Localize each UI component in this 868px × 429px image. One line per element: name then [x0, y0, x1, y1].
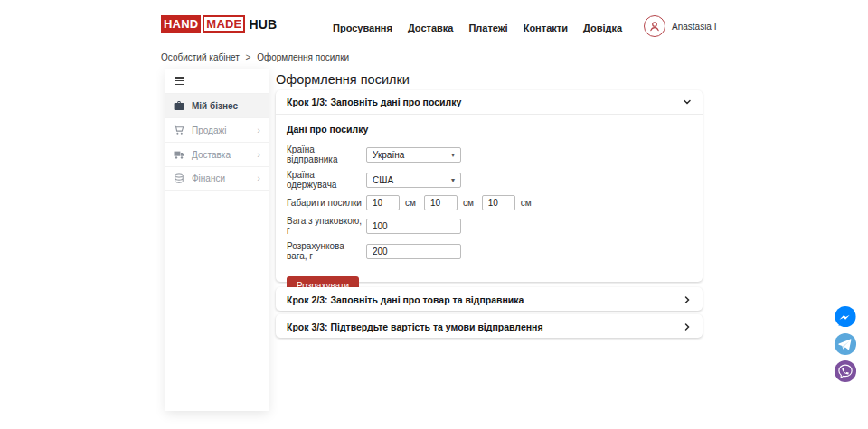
nav-item-help[interactable]: Довідка [583, 23, 622, 33]
step1-header[interactable]: Крок 1/3: Заповніть дані про посилку [276, 90, 703, 115]
page-title: Оформлення посилки [276, 72, 703, 87]
main-content: Оформлення посилки Крок 1/3: Заповніть д… [276, 72, 703, 87]
hamburger-menu-icon[interactable] [165, 69, 194, 93]
chevron-right-icon [683, 322, 692, 331]
sidebar-item-finance[interactable]: Фінанси › [165, 166, 269, 191]
user-name: Anastasia I [672, 22, 716, 32]
chevron-right-icon: › [257, 173, 260, 183]
sidebar-item-label: Фінанси [192, 173, 225, 183]
user-avatar-icon [644, 15, 665, 37]
logo[interactable]: HAND MADE HUB [161, 15, 277, 33]
calculated-weight-label: Розрахункова вага, г [287, 241, 366, 261]
step1-body: Дані про посилку Країна відправника Укра… [276, 115, 703, 304]
logo-made: MADE [203, 15, 245, 33]
logo-hand: HAND [161, 15, 201, 33]
calculated-weight-input[interactable] [366, 244, 461, 259]
chevron-right-icon [683, 295, 692, 304]
breadcrumb-cabinet[interactable]: Особистий кабінет [161, 52, 240, 62]
dimension-width-input[interactable] [424, 195, 458, 210]
sender-country-value: Україна [373, 150, 404, 160]
step3-card: Крок 3/3: Підтвердьте вартість та умови … [276, 314, 703, 338]
step2-card: Крок 2/3: Заповніть дані про товар та ві… [276, 287, 703, 311]
nav-item-promotion[interactable]: Просування [333, 23, 392, 33]
user-menu[interactable]: Anastasia I [644, 15, 716, 37]
briefcase-icon [174, 100, 184, 111]
select-arrow-icon: ▾ [451, 151, 455, 159]
calculated-weight-row: Розрахункова вага, г [287, 241, 692, 261]
chevron-right-icon: › [257, 150, 260, 160]
sidebar: Мій бізнес Продажі › [165, 69, 269, 411]
viber-icon [834, 359, 857, 383]
step3-header[interactable]: Крок 3/3: Підтвердьте вартість та умови … [276, 314, 703, 339]
page: HAND MADE HUB Просування Доставка Платеж… [0, 0, 868, 429]
unit-cm: см [521, 198, 532, 208]
cart-icon [174, 125, 184, 135]
step1-label: Крок 1/3: Заповніть дані про посилку [287, 97, 461, 107]
nav-item-payments[interactable]: Платежі [468, 23, 507, 33]
chevron-right-icon: › [257, 126, 260, 135]
unit-cm: см [405, 198, 416, 208]
step2-header[interactable]: Крок 2/3: Заповніть дані про товар та ві… [276, 287, 703, 312]
packed-weight-row: Вага з упаковкою, г [287, 216, 692, 236]
sender-country-row: Країна відправника Україна ▾ [287, 145, 692, 164]
recipient-country-row: Країна одержувача США ▾ [287, 170, 692, 190]
select-arrow-icon: ▾ [451, 176, 455, 184]
breadcrumb-current: Оформлення посилки [257, 52, 349, 62]
sender-country-label: Країна відправника [287, 145, 366, 164]
messenger-icon [834, 305, 857, 329]
logo-hub: HUB [247, 18, 277, 31]
sidebar-item-label: Мій бізнес [192, 101, 238, 111]
telegram-button[interactable] [834, 332, 857, 356]
breadcrumb: Особистий кабінет > Оформлення посилки [161, 52, 349, 62]
coins-icon [174, 173, 184, 184]
telegram-icon [834, 332, 857, 356]
sidebar-item-label: Доставка [192, 150, 231, 160]
sender-country-select[interactable]: Україна ▾ [366, 147, 461, 163]
dimension-length-input[interactable] [366, 195, 400, 210]
floating-social-buttons [834, 305, 857, 383]
unit-cm: см [463, 198, 474, 208]
recipient-country-label: Країна одержувача [287, 170, 366, 190]
truck-icon [174, 149, 184, 160]
main-nav: Просування Доставка Платежі Контакти Дов… [333, 23, 622, 33]
recipient-country-value: США [373, 175, 393, 185]
nav-item-delivery[interactable]: Доставка [408, 23, 454, 33]
sidebar-item-delivery[interactable]: Доставка › [165, 142, 269, 166]
sidebar-item-my-business[interactable]: Мій бізнес [165, 93, 269, 117]
step3-label: Крок 3/3: Підтвердьте вартість та умови … [287, 322, 543, 332]
packed-weight-label: Вага з упаковкою, г [287, 216, 366, 236]
step2-label: Крок 2/3: Заповніть дані про товар та ві… [287, 294, 524, 305]
messenger-button[interactable] [834, 305, 857, 329]
recipient-country-select[interactable]: США ▾ [366, 173, 461, 188]
sidebar-item-sales[interactable]: Продажі › [165, 117, 269, 142]
dimensions-label: Габарити посилки [287, 198, 366, 208]
dimensions-row: Габарити посилки см см см [287, 195, 692, 210]
step1-card: Крок 1/3: Заповніть дані про посилку Дан… [276, 90, 703, 282]
nav-item-contacts[interactable]: Контакти [524, 23, 568, 33]
form-section-title: Дані про посилку [287, 124, 692, 135]
viber-button[interactable] [834, 359, 857, 383]
dimension-height-input[interactable] [482, 195, 515, 210]
chevron-down-icon [683, 98, 692, 107]
packed-weight-input[interactable] [366, 219, 461, 234]
sidebar-item-label: Продажі [192, 126, 226, 135]
breadcrumb-separator: > [246, 52, 251, 62]
